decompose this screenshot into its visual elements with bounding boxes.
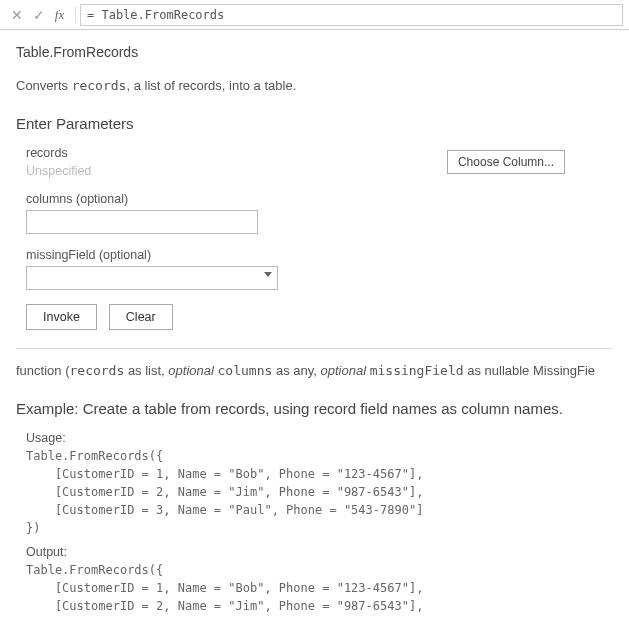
choose-column-button[interactable]: Choose Column... xyxy=(447,150,565,174)
param-missingfield-input[interactable] xyxy=(26,266,278,290)
formula-input[interactable] xyxy=(80,4,623,26)
parameters-header: Enter Parameters xyxy=(16,115,613,132)
function-title: Table.FromRecords xyxy=(16,44,613,60)
function-signature: function (records as list, optional colu… xyxy=(16,363,613,378)
output-label: Output: xyxy=(16,545,613,559)
param-columns-input[interactable] xyxy=(26,210,258,234)
sig-p1-as: as list, xyxy=(124,363,168,378)
function-description: Converts records, a list of records, int… xyxy=(16,78,613,93)
desc-text-before: Converts xyxy=(16,78,72,93)
sig-p3-name: missingField xyxy=(370,363,464,378)
example-header: Example: Create a table from records, us… xyxy=(16,400,613,417)
param-records-label: records xyxy=(26,146,91,160)
param-records-unspecified: Unspecified xyxy=(26,164,91,178)
param-missingfield-label: missingField (optional) xyxy=(26,248,613,262)
usage-code: Table.FromRecords({ [CustomerID = 1, Nam… xyxy=(16,447,613,537)
param-missingfield-select[interactable] xyxy=(26,266,278,290)
param-missingfield: missingField (optional) xyxy=(26,248,613,290)
param-columns: columns (optional) xyxy=(26,192,613,234)
parameters-block: records Unspecified Choose Column... col… xyxy=(16,146,613,330)
sig-p3-opt: optional xyxy=(321,363,370,378)
sig-p2-as: as any, xyxy=(272,363,320,378)
desc-code: records xyxy=(72,78,127,93)
desc-text-after: , a list of records, into a table. xyxy=(126,78,296,93)
content-pane: Table.FromRecords Converts records, a li… xyxy=(0,30,629,615)
clear-button[interactable]: Clear xyxy=(109,304,173,330)
commit-icon[interactable]: ✓ xyxy=(28,4,50,26)
formula-bar: ✕ ✓ fx xyxy=(0,0,629,30)
usage-label: Usage: xyxy=(16,431,613,445)
param-records: records Unspecified Choose Column... xyxy=(26,146,613,178)
cancel-icon[interactable]: ✕ xyxy=(6,4,28,26)
divider xyxy=(16,348,613,349)
sig-p1-name: records xyxy=(69,363,124,378)
sig-p3-as: as nullable MissingFie xyxy=(464,363,596,378)
sig-prefix: function ( xyxy=(16,363,69,378)
invoke-button[interactable]: Invoke xyxy=(26,304,97,330)
param-columns-label: columns (optional) xyxy=(26,192,613,206)
fx-label: fx xyxy=(50,7,76,23)
sig-p2-name: columns xyxy=(218,363,273,378)
sig-p2-opt: optional xyxy=(168,363,217,378)
action-row: Invoke Clear xyxy=(26,304,613,330)
output-code: Table.FromRecords({ [CustomerID = 1, Nam… xyxy=(16,561,613,615)
